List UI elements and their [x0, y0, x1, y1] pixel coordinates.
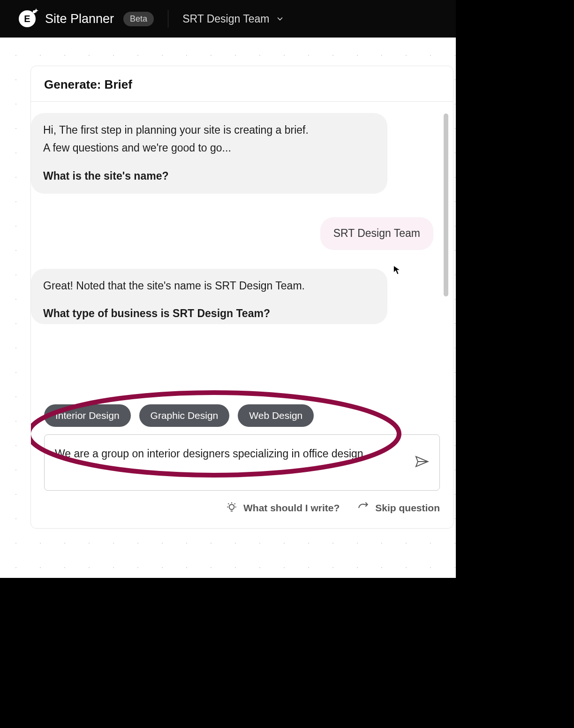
message-input-box[interactable]: We are a group on interior designers spe…	[44, 434, 440, 491]
header-divider	[168, 10, 168, 28]
svg-point-1	[229, 504, 234, 509]
message-input[interactable]: We are a group on interior designers spe…	[55, 445, 397, 463]
input-section: Interior Design Graphic Design Web Desig…	[31, 404, 453, 528]
lightbulb-icon	[226, 502, 238, 514]
chat-scroll[interactable]: Hi, The first step in planning your site…	[31, 102, 453, 404]
ai-question: What type of business is SRT Design Team…	[43, 305, 375, 322]
ai-question: What is the site's name?	[43, 167, 375, 185]
suggestion-chips: Interior Design Graphic Design Web Desig…	[44, 404, 440, 427]
send-icon	[414, 454, 429, 469]
chip-interior-design[interactable]: Interior Design	[44, 404, 131, 427]
skip-button[interactable]: Skip question	[357, 502, 440, 514]
panel-title: Generate: Brief	[31, 66, 453, 102]
ai-message-line: Great! Noted that the site's name is SRT…	[43, 277, 375, 295]
hint-button[interactable]: What should I write?	[226, 502, 340, 514]
canvas: Generate: Brief Hi, The first step in pl…	[0, 38, 456, 578]
svg-line-7	[228, 503, 229, 504]
ai-message-2: Great! Noted that the site's name is SRT…	[31, 269, 387, 324]
team-dropdown[interactable]: SRT Design Team	[182, 13, 284, 25]
ai-message-line: A few questions and we're good to go...	[43, 139, 375, 157]
app-title: Site Planner	[45, 12, 114, 26]
mouse-cursor-icon	[393, 265, 401, 277]
chip-web-design[interactable]: Web Design	[238, 404, 314, 427]
chevron-down-icon	[275, 14, 285, 23]
app-logo-icon: E✦	[19, 10, 36, 27]
app-header: E✦ Site Planner Beta SRT Design Team	[0, 0, 456, 38]
chat-area: Hi, The first step in planning your site…	[31, 102, 453, 404]
team-name: SRT Design Team	[182, 13, 269, 25]
ai-message-1: Hi, The first step in planning your site…	[31, 113, 387, 194]
svg-line-6	[234, 503, 235, 504]
footer-actions: What should I write? Skip question	[44, 502, 440, 514]
send-button[interactable]	[414, 454, 429, 471]
beta-badge: Beta	[123, 12, 154, 26]
skip-label: Skip question	[375, 502, 440, 514]
ai-message-line: Hi, The first step in planning your site…	[43, 121, 375, 139]
scrollbar-thumb[interactable]	[444, 114, 448, 296]
skip-arrow-icon	[357, 502, 370, 514]
chip-graphic-design[interactable]: Graphic Design	[139, 404, 230, 427]
hint-label: What should I write?	[243, 502, 340, 514]
user-message-1: SRT Design Team	[320, 217, 433, 250]
generate-brief-panel: Generate: Brief Hi, The first step in pl…	[30, 66, 453, 529]
